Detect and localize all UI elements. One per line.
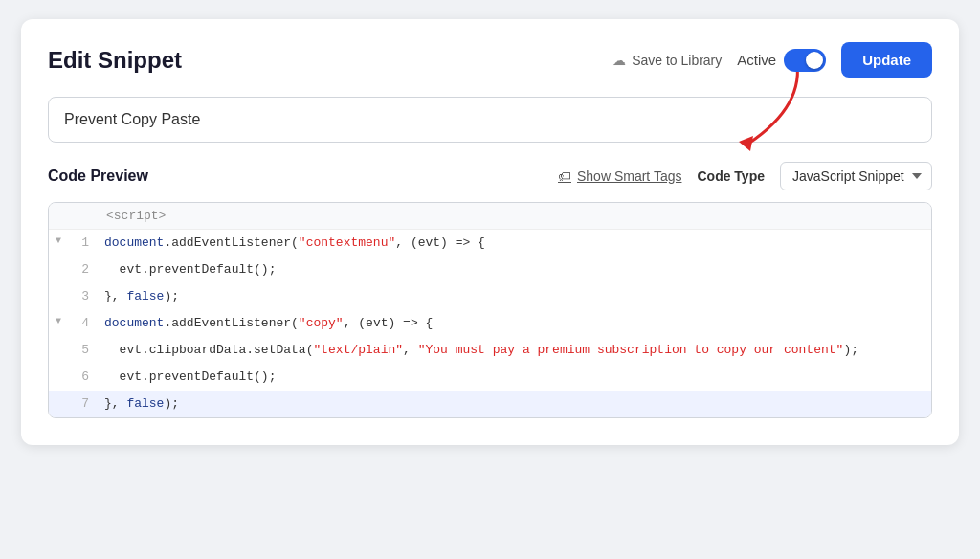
snippet-name-input[interactable] [48,97,932,143]
page-title: Edit Snippet [48,47,182,74]
code-comment-line: <script> [49,203,931,230]
code-editor[interactable]: <script> ▼ 1 document.addEventListener("… [48,202,932,418]
code-line-3: 3 }, false); [49,283,931,310]
code-section-header: Code Preview 🏷 Show Smart Tags Code Type… [48,162,932,190]
line-number-4: 4 [68,310,97,336]
line-content-3: }, false); [97,283,931,309]
line-number-2: 2 [68,257,97,282]
line-arrow-5 [49,337,68,343]
line-number-3: 3 [68,283,97,309]
line-arrow-7 [49,391,68,396]
code-line-5: 5 evt.clipboardData.setData("text/plain"… [49,337,931,364]
line-content-6: evt.preventDefault(); [97,364,931,390]
edit-snippet-container: Edit Snippet ☁ Save to Library Active Up… [21,19,959,445]
active-section: Active [737,49,826,72]
code-line-2: 2 evt.preventDefault(); [49,257,931,283]
cloud-icon: ☁ [612,53,626,68]
code-type-label: Code Type [697,168,765,184]
line-content-7: }, false); [97,391,931,416]
line-number-7: 7 [68,391,97,416]
line-number-6: 6 [68,364,97,390]
smart-tags-label: Show Smart Tags [577,168,681,184]
code-type-select[interactable]: JavaScript Snippet PHP Snippet CSS Snipp… [780,162,932,190]
line-arrow-6 [49,364,68,369]
code-line-7: 7 }, false); [49,391,931,417]
code-section-right: 🏷 Show Smart Tags Code Type JavaScript S… [558,162,932,190]
code-line-4: ▼ 4 document.addEventListener("copy", (e… [49,310,931,337]
active-label: Active [737,52,776,68]
line-content-2: evt.preventDefault(); [97,257,931,282]
page-header: Edit Snippet ☁ Save to Library Active Up… [48,42,932,78]
line-number-1: 1 [68,230,97,256]
line-content-5: evt.clipboardData.setData("text/plain", … [97,337,931,363]
line-content-4: document.addEventListener("copy", (evt) … [97,310,931,336]
show-smart-tags-button[interactable]: 🏷 Show Smart Tags [558,168,681,184]
tag-icon: 🏷 [558,168,571,184]
active-toggle[interactable] [784,49,826,72]
update-button[interactable]: Update [841,42,932,78]
save-to-library-button[interactable]: ☁ Save to Library [612,53,722,68]
line-arrow-2 [49,257,68,262]
header-actions: ☁ Save to Library Active Update [612,42,932,78]
line-number-5: 5 [68,337,97,363]
save-to-library-label: Save to Library [632,53,722,68]
line-arrow-1: ▼ [49,230,68,246]
line-arrow-3 [49,283,68,289]
code-line-1: ▼ 1 document.addEventListener("contextme… [49,230,931,257]
code-line-6: 6 evt.preventDefault(); [49,364,931,391]
line-arrow-4: ▼ [49,310,68,326]
line-content-1: document.addEventListener("contextmenu",… [97,230,931,256]
code-preview-label: Code Preview [48,168,148,185]
